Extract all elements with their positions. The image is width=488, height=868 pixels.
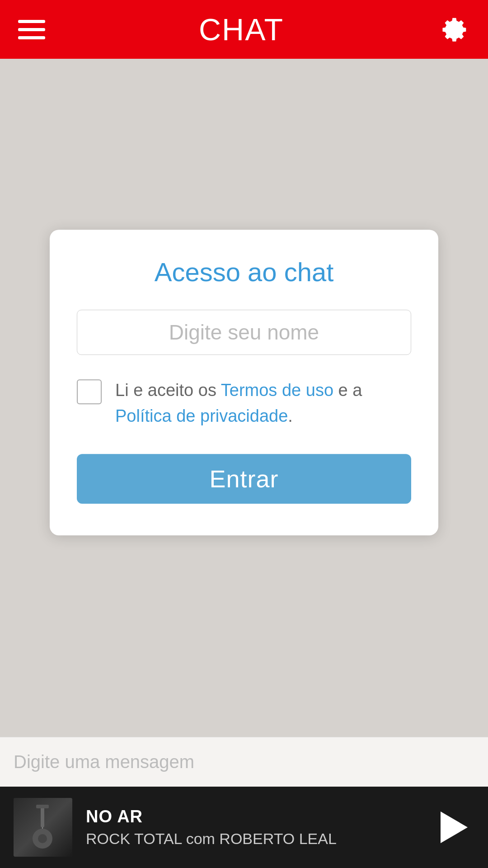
terms-of-use-link[interactable]: Termos de uso [221, 381, 333, 400]
message-input-placeholder: Digite uma mensagem [14, 752, 194, 772]
svg-rect-7 [36, 805, 49, 808]
svg-point-9 [38, 834, 47, 843]
show-name: ROCK TOTAL com ROBERTO LEAL [86, 830, 420, 848]
modal-title: Acesso ao chat [77, 257, 411, 287]
play-icon [441, 811, 468, 843]
play-button[interactable] [434, 807, 474, 848]
terms-row: Li e aceito os Termos de uso e a Polític… [77, 377, 411, 429]
message-bar: Digite uma mensagem [0, 737, 488, 787]
name-input[interactable] [77, 310, 411, 355]
menu-button[interactable] [18, 20, 45, 39]
on-air-label: NO AR [86, 807, 420, 826]
album-art [14, 798, 72, 857]
main-content: 0 Acesso ao chat Li e aceito os Termos d… [0, 59, 488, 787]
terms-checkbox[interactable] [77, 379, 102, 404]
player-info: NO AR ROCK TOTAL com ROBERTO LEAL [86, 807, 420, 848]
page-title: CHAT [199, 12, 284, 47]
top-bar: CHAT [0, 0, 488, 59]
login-modal: Acesso ao chat Li e aceito os Termos de … [50, 230, 438, 535]
privacy-policy-link[interactable]: Política de privacidade [115, 406, 288, 425]
enter-button[interactable]: Entrar [77, 454, 411, 504]
chat-area: Acesso ao chat Li e aceito os Termos de … [0, 59, 488, 737]
settings-button[interactable] [437, 13, 470, 46]
terms-text: Li e aceito os Termos de uso e a Polític… [115, 377, 411, 429]
player-bar: NO AR ROCK TOTAL com ROBERTO LEAL [0, 787, 488, 868]
album-art-image [14, 798, 72, 857]
